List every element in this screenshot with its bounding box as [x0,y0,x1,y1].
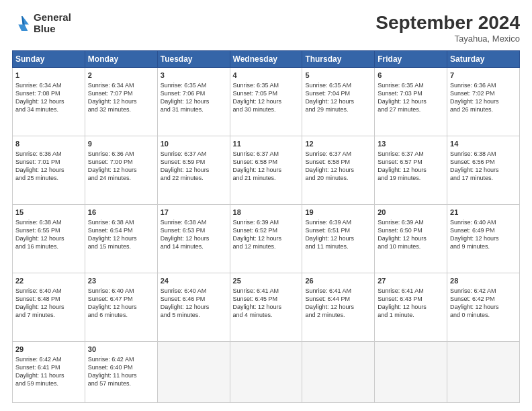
day-number: 7 [450,71,517,81]
day-info-line: and 30 minutes. [233,105,300,113]
weekday-header-thursday: Thursday [302,51,375,68]
day-info-line: Sunset: 6:58 PM [305,158,371,166]
day-info-line: Sunset: 6:58 PM [233,158,300,166]
day-info-line: Sunset: 6:55 PM [15,226,82,234]
calendar-cell [447,341,520,402]
calendar-cell: 17Sunrise: 6:38 AMSunset: 6:53 PMDayligh… [157,204,230,273]
day-info-line: Sunset: 6:52 PM [233,226,300,234]
logo-icon [12,14,31,33]
weekday-header-wednesday: Wednesday [230,51,302,68]
day-number: 24 [161,276,227,286]
day-info-line: Daylight: 12 hours [88,166,154,174]
day-info-line: Sunrise: 6:39 AM [378,218,444,226]
day-info-line: Sunrise: 6:41 AM [378,287,444,295]
day-info-line: Daylight: 12 hours [378,166,444,174]
day-info-line: Sunrise: 6:41 AM [233,287,300,295]
day-info-line: Sunset: 6:56 PM [450,158,517,166]
day-info-line: and 0 minutes. [450,311,517,319]
calendar-cell: 21Sunrise: 6:40 AMSunset: 6:49 PMDayligh… [447,204,520,273]
day-number: 8 [15,139,82,149]
day-info-line: Sunrise: 6:39 AM [233,218,300,226]
calendar-cell: 14Sunrise: 6:38 AMSunset: 6:56 PMDayligh… [447,136,520,204]
calendar-cell: 4Sunrise: 6:35 AMSunset: 7:05 PMDaylight… [230,68,302,136]
calendar-cell: 6Sunrise: 6:35 AMSunset: 7:03 PMDaylight… [375,68,447,136]
day-info-line: Sunset: 6:42 PM [450,295,517,303]
day-number: 20 [378,208,444,218]
day-info-line: Sunset: 6:40 PM [88,363,154,371]
day-number: 14 [450,139,517,149]
page: General Blue September 2024 Tayahua, Mex… [0,0,532,411]
day-info-line: Sunrise: 6:38 AM [450,150,517,158]
day-info-line: and 16 minutes. [15,242,82,250]
day-info-line: Daylight: 12 hours [450,166,517,174]
day-number: 29 [15,345,82,355]
day-number: 15 [15,208,82,218]
day-info-line: Daylight: 12 hours [88,303,154,311]
calendar-cell: 10Sunrise: 6:37 AMSunset: 6:59 PMDayligh… [157,136,230,204]
day-info-line: Sunset: 6:41 PM [15,363,82,371]
calendar-cell: 24Sunrise: 6:40 AMSunset: 6:46 PMDayligh… [157,273,230,341]
day-info-line: and 32 minutes. [88,105,154,113]
day-info-line: and 17 minutes. [450,174,517,182]
day-number: 26 [305,276,371,286]
day-info-line: Sunset: 6:57 PM [378,158,444,166]
day-info-line: Sunrise: 6:39 AM [305,218,371,226]
day-info-line: Sunrise: 6:36 AM [15,150,82,158]
day-info-line: Daylight: 11 hours [88,371,154,379]
calendar-cell: 28Sunrise: 6:42 AMSunset: 6:42 PMDayligh… [447,273,520,341]
day-info-line: Sunrise: 6:42 AM [450,287,517,295]
day-info-line: and 6 minutes. [88,311,154,319]
calendar-cell: 5Sunrise: 6:35 AMSunset: 7:04 PMDaylight… [302,68,375,136]
day-info-line: Daylight: 12 hours [450,97,517,105]
day-info-line: and 34 minutes. [15,105,82,113]
day-info-line: and 5 minutes. [161,311,227,319]
day-info-line: Sunset: 6:54 PM [88,226,154,234]
day-info-line: Sunset: 6:46 PM [161,295,227,303]
day-info-line: Daylight: 12 hours [161,97,227,105]
day-info-line: Daylight: 12 hours [233,234,300,242]
weekday-header-saturday: Saturday [447,51,520,68]
weekday-header-row: SundayMondayTuesdayWednesdayThursdayFrid… [13,51,520,68]
calendar-cell: 20Sunrise: 6:39 AMSunset: 6:50 PMDayligh… [375,204,447,273]
day-info-line: Daylight: 11 hours [15,371,82,379]
day-info-line: Sunrise: 6:36 AM [88,150,154,158]
day-number: 19 [305,208,371,218]
day-info-line: Sunset: 6:43 PM [378,295,444,303]
calendar-cell [302,341,375,402]
day-info-line: and 26 minutes. [450,105,517,113]
calendar-cell: 16Sunrise: 6:38 AMSunset: 6:54 PMDayligh… [85,204,157,273]
day-number: 18 [233,208,300,218]
calendar-cell: 12Sunrise: 6:37 AMSunset: 6:58 PMDayligh… [302,136,375,204]
day-info-line: Sunrise: 6:38 AM [88,218,154,226]
day-info-line: Sunset: 7:01 PM [15,158,82,166]
day-info-line: Daylight: 12 hours [233,303,300,311]
day-info-line: and 4 minutes. [233,311,300,319]
day-info-line: Sunset: 6:53 PM [161,226,227,234]
day-info-line: Sunrise: 6:35 AM [378,81,444,89]
day-info-line: and 25 minutes. [15,174,82,182]
day-info-line: Sunset: 7:04 PM [305,89,371,97]
calendar-cell: 22Sunrise: 6:40 AMSunset: 6:48 PMDayligh… [13,273,85,341]
day-info-line: and 15 minutes. [88,242,154,250]
day-number: 1 [15,71,82,81]
calendar-week-row: 15Sunrise: 6:38 AMSunset: 6:55 PMDayligh… [13,204,520,273]
day-info-line: Daylight: 12 hours [233,166,300,174]
day-info-line: Sunrise: 6:42 AM [15,355,82,363]
day-info-line: Sunrise: 6:40 AM [88,287,154,295]
calendar-cell: 29Sunrise: 6:42 AMSunset: 6:41 PMDayligh… [13,341,85,402]
day-info-line: Sunrise: 6:37 AM [378,150,444,158]
day-info-line: Sunrise: 6:35 AM [233,81,300,89]
day-info-line: Sunrise: 6:40 AM [450,218,517,226]
day-info-line: and 59 minutes. [15,379,82,387]
day-info-line: and 1 minute. [378,311,444,319]
location: Tayahua, Mexico [375,34,520,44]
day-info-line: Daylight: 12 hours [305,303,371,311]
calendar-week-row: 22Sunrise: 6:40 AMSunset: 6:48 PMDayligh… [13,273,520,341]
day-number: 22 [15,276,82,286]
day-info-line: and 10 minutes. [378,242,444,250]
day-info-line: and 24 minutes. [88,174,154,182]
day-info-line: and 12 minutes. [233,242,300,250]
day-info-line: and 57 minutes. [88,379,154,387]
logo: General Blue [12,12,71,34]
day-info-line: Sunset: 7:08 PM [15,89,82,97]
